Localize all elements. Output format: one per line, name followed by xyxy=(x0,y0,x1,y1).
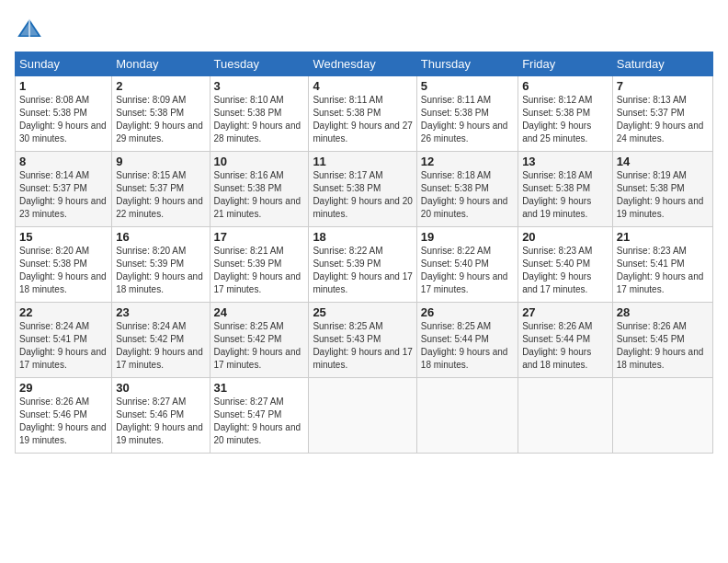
day-detail: Sunrise: 8:16 AMSunset: 5:38 PMDaylight:… xyxy=(214,170,301,219)
day-number: 27 xyxy=(522,305,609,319)
logo xyxy=(15,15,48,44)
day-number: 22 xyxy=(19,305,108,319)
day-number: 31 xyxy=(214,381,305,395)
day-detail: Sunrise: 8:19 AMSunset: 5:38 PMDaylight:… xyxy=(617,170,704,219)
day-number: 9 xyxy=(116,155,205,168)
day-number: 4 xyxy=(313,79,412,93)
day-cell: 19 Sunrise: 8:22 AMSunset: 5:40 PMDaylig… xyxy=(416,227,518,303)
day-number: 26 xyxy=(421,305,514,319)
day-detail: Sunrise: 8:22 AMSunset: 5:39 PMDaylight:… xyxy=(313,246,412,294)
day-cell: 2 Sunrise: 8:09 AMSunset: 5:38 PMDayligh… xyxy=(112,76,210,152)
day-cell: 14 Sunrise: 8:19 AMSunset: 5:38 PMDaylig… xyxy=(612,152,712,227)
day-detail: Sunrise: 8:17 AMSunset: 5:38 PMDaylight:… xyxy=(313,170,412,219)
day-number: 18 xyxy=(313,230,412,244)
header-row-days: SundayMondayTuesdayWednesdayThursdayFrid… xyxy=(16,52,713,76)
day-cell: 12 Sunrise: 8:18 AMSunset: 5:38 PMDaylig… xyxy=(416,152,518,227)
day-number: 29 xyxy=(19,381,108,395)
calendar-table: SundayMondayTuesdayWednesdayThursdayFrid… xyxy=(15,52,713,454)
day-cell: 23 Sunrise: 8:24 AMSunset: 5:42 PMDaylig… xyxy=(112,303,210,378)
day-cell: 13 Sunrise: 8:18 AMSunset: 5:38 PMDaylig… xyxy=(518,152,613,227)
day-detail: Sunrise: 8:26 AMSunset: 5:46 PMDaylight:… xyxy=(19,396,107,445)
day-detail: Sunrise: 8:26 AMSunset: 5:45 PMDaylight:… xyxy=(617,321,704,370)
day-cell: 21 Sunrise: 8:23 AMSunset: 5:41 PMDaylig… xyxy=(612,227,712,303)
week-row-4: 22 Sunrise: 8:24 AMSunset: 5:41 PMDaylig… xyxy=(16,303,713,378)
day-cell: 16 Sunrise: 8:20 AMSunset: 5:39 PMDaylig… xyxy=(112,227,210,303)
day-cell xyxy=(309,378,416,454)
logo-icon xyxy=(15,15,44,44)
day-cell xyxy=(416,378,518,454)
day-detail: Sunrise: 8:21 AMSunset: 5:39 PMDaylight:… xyxy=(214,246,301,294)
main-container: SundayMondayTuesdayWednesdayThursdayFrid… xyxy=(0,0,728,461)
week-row-1: 1 Sunrise: 8:08 AMSunset: 5:38 PMDayligh… xyxy=(16,76,713,152)
day-number: 11 xyxy=(313,155,412,168)
day-number: 6 xyxy=(522,79,609,93)
day-number: 24 xyxy=(214,305,305,319)
day-detail: Sunrise: 8:13 AMSunset: 5:37 PMDaylight:… xyxy=(617,95,704,144)
day-detail: Sunrise: 8:25 AMSunset: 5:43 PMDaylight:… xyxy=(313,321,412,370)
day-cell: 4 Sunrise: 8:11 AMSunset: 5:38 PMDayligh… xyxy=(309,76,416,152)
day-detail: Sunrise: 8:25 AMSunset: 5:42 PMDaylight:… xyxy=(214,321,301,370)
day-detail: Sunrise: 8:23 AMSunset: 5:40 PMDaylight:… xyxy=(522,246,592,294)
week-row-3: 15 Sunrise: 8:20 AMSunset: 5:38 PMDaylig… xyxy=(16,227,713,303)
day-number: 3 xyxy=(214,79,305,93)
day-number: 1 xyxy=(19,79,108,93)
day-cell: 8 Sunrise: 8:14 AMSunset: 5:37 PMDayligh… xyxy=(16,152,112,227)
day-number: 25 xyxy=(313,305,412,319)
col-header-wednesday: Wednesday xyxy=(309,52,416,76)
day-number: 15 xyxy=(19,230,108,244)
col-header-tuesday: Tuesday xyxy=(210,52,309,76)
day-number: 30 xyxy=(116,381,205,395)
day-detail: Sunrise: 8:12 AMSunset: 5:38 PMDaylight:… xyxy=(522,95,592,144)
day-detail: Sunrise: 8:24 AMSunset: 5:41 PMDaylight:… xyxy=(19,321,107,370)
col-header-thursday: Thursday xyxy=(416,52,518,76)
header-row xyxy=(15,15,713,44)
day-number: 7 xyxy=(617,79,709,93)
day-cell xyxy=(612,378,712,454)
day-cell: 30 Sunrise: 8:27 AMSunset: 5:46 PMDaylig… xyxy=(112,378,210,454)
day-cell: 9 Sunrise: 8:15 AMSunset: 5:37 PMDayligh… xyxy=(112,152,210,227)
day-number: 12 xyxy=(421,155,514,168)
col-header-friday: Friday xyxy=(518,52,613,76)
day-number: 23 xyxy=(116,305,205,319)
day-detail: Sunrise: 8:26 AMSunset: 5:44 PMDaylight:… xyxy=(522,321,592,370)
day-detail: Sunrise: 8:20 AMSunset: 5:38 PMDaylight:… xyxy=(19,246,107,294)
day-detail: Sunrise: 8:20 AMSunset: 5:39 PMDaylight:… xyxy=(116,246,203,294)
day-detail: Sunrise: 8:14 AMSunset: 5:37 PMDaylight:… xyxy=(19,170,107,219)
day-number: 5 xyxy=(421,79,514,93)
day-cell: 31 Sunrise: 8:27 AMSunset: 5:47 PMDaylig… xyxy=(210,378,309,454)
day-number: 13 xyxy=(522,155,609,168)
day-cell: 5 Sunrise: 8:11 AMSunset: 5:38 PMDayligh… xyxy=(416,76,518,152)
day-cell: 28 Sunrise: 8:26 AMSunset: 5:45 PMDaylig… xyxy=(612,303,712,378)
day-cell: 1 Sunrise: 8:08 AMSunset: 5:38 PMDayligh… xyxy=(16,76,112,152)
day-cell: 29 Sunrise: 8:26 AMSunset: 5:46 PMDaylig… xyxy=(16,378,112,454)
day-number: 8 xyxy=(19,155,108,168)
day-cell: 18 Sunrise: 8:22 AMSunset: 5:39 PMDaylig… xyxy=(309,227,416,303)
day-number: 14 xyxy=(617,155,709,168)
day-detail: Sunrise: 8:09 AMSunset: 5:38 PMDaylight:… xyxy=(116,95,203,144)
day-cell: 11 Sunrise: 8:17 AMSunset: 5:38 PMDaylig… xyxy=(309,152,416,227)
day-number: 28 xyxy=(617,305,709,319)
day-cell xyxy=(518,378,613,454)
day-detail: Sunrise: 8:11 AMSunset: 5:38 PMDaylight:… xyxy=(313,95,412,144)
day-number: 17 xyxy=(214,230,305,244)
day-cell: 25 Sunrise: 8:25 AMSunset: 5:43 PMDaylig… xyxy=(309,303,416,378)
day-detail: Sunrise: 8:18 AMSunset: 5:38 PMDaylight:… xyxy=(522,170,592,219)
col-header-monday: Monday xyxy=(112,52,210,76)
day-number: 20 xyxy=(522,230,609,244)
day-cell: 24 Sunrise: 8:25 AMSunset: 5:42 PMDaylig… xyxy=(210,303,309,378)
week-row-5: 29 Sunrise: 8:26 AMSunset: 5:46 PMDaylig… xyxy=(16,378,713,454)
day-detail: Sunrise: 8:27 AMSunset: 5:47 PMDaylight:… xyxy=(214,396,301,445)
day-detail: Sunrise: 8:15 AMSunset: 5:37 PMDaylight:… xyxy=(116,170,203,219)
day-number: 16 xyxy=(116,230,205,244)
day-cell: 26 Sunrise: 8:25 AMSunset: 5:44 PMDaylig… xyxy=(416,303,518,378)
day-number: 21 xyxy=(617,230,709,244)
day-detail: Sunrise: 8:27 AMSunset: 5:46 PMDaylight:… xyxy=(116,396,203,445)
day-number: 10 xyxy=(214,155,305,168)
day-cell: 27 Sunrise: 8:26 AMSunset: 5:44 PMDaylig… xyxy=(518,303,613,378)
col-header-sunday: Sunday xyxy=(16,52,112,76)
day-cell: 10 Sunrise: 8:16 AMSunset: 5:38 PMDaylig… xyxy=(210,152,309,227)
day-cell: 17 Sunrise: 8:21 AMSunset: 5:39 PMDaylig… xyxy=(210,227,309,303)
day-cell: 20 Sunrise: 8:23 AMSunset: 5:40 PMDaylig… xyxy=(518,227,613,303)
day-detail: Sunrise: 8:11 AMSunset: 5:38 PMDaylight:… xyxy=(421,95,508,144)
day-cell: 22 Sunrise: 8:24 AMSunset: 5:41 PMDaylig… xyxy=(16,303,112,378)
